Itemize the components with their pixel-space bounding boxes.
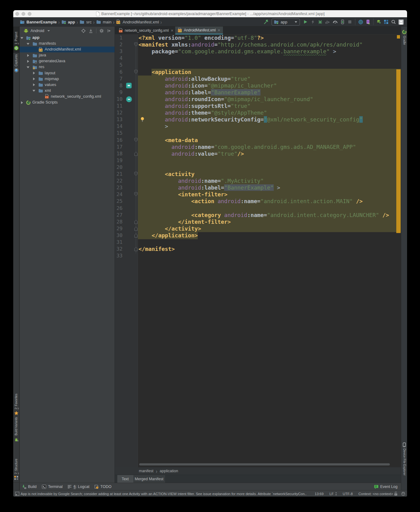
breadcrumb-src[interactable]: src bbox=[79, 19, 91, 24]
breadcrumb-AndroidManifest.xml[interactable]: AndroidManifest.xml bbox=[116, 19, 159, 24]
fold-end-icon[interactable] bbox=[134, 219, 138, 224]
editor-breadcrumb-manifest[interactable]: manifest bbox=[139, 469, 153, 473]
project-structure-button[interactable] bbox=[382, 18, 390, 26]
code-line-23[interactable]: 23 android:label="BannerExample" > bbox=[115, 184, 401, 191]
code-line-29[interactable]: 29 </activity> bbox=[115, 225, 401, 232]
breadcrumb-app[interactable]: app bbox=[61, 19, 75, 24]
code-line-6[interactable]: 6 <application bbox=[115, 69, 401, 76]
code-line-15[interactable]: 15 bbox=[115, 130, 401, 137]
run-button[interactable] bbox=[302, 18, 309, 26]
settings-gear-button[interactable] bbox=[99, 27, 105, 35]
collapse-arrow-icon[interactable] bbox=[26, 54, 30, 57]
code-line-13[interactable]: 13 android:networkSecurityConfig="@xml/n… bbox=[115, 116, 401, 123]
fold-end-icon[interactable] bbox=[134, 226, 138, 231]
stop-button[interactable] bbox=[346, 18, 353, 26]
tool-window-button-7-Structure[interactable]: 7: Structure bbox=[13, 455, 19, 481]
code-line-25[interactable]: 25 <action android:name="android.intent.… bbox=[115, 198, 401, 205]
fold-start-icon[interactable] bbox=[134, 172, 138, 176]
tree-item-network_security_config.xml[interactable]: network_security_config.xml bbox=[20, 94, 115, 100]
code-line-12[interactable]: 12 android:theme="@style/AppTheme" bbox=[115, 109, 401, 117]
locate-file-button[interactable] bbox=[80, 27, 87, 35]
build-hammer-button[interactable] bbox=[262, 18, 270, 26]
tool-window-button-Device-File-Explorer[interactable]: Device File Explorer bbox=[401, 442, 407, 478]
editor-tab-AndroidManifest.xml[interactable]: AndroidManifest.xml× bbox=[175, 27, 223, 35]
code-line-31[interactable]: 31 bbox=[115, 239, 401, 246]
avatar-button[interactable] bbox=[397, 18, 405, 26]
run-configuration-select[interactable]: app bbox=[272, 18, 300, 26]
tree-item-xml[interactable]: xml bbox=[20, 88, 115, 94]
tool-window-button-6-Logcat[interactable]: 6: Logcat bbox=[67, 483, 89, 490]
tree-item-generatedJava[interactable]: generatedJava bbox=[20, 58, 115, 64]
collapse-arrow-icon[interactable] bbox=[26, 60, 30, 63]
expand-arrow-icon[interactable] bbox=[20, 36, 23, 39]
fold-end-icon[interactable] bbox=[134, 247, 138, 251]
tool-window-switcher-icon[interactable] bbox=[15, 490, 19, 497]
fold-start-icon[interactable] bbox=[134, 70, 138, 74]
code-line-11[interactable]: 11 android:supportsRtl="true" bbox=[115, 103, 401, 110]
code-line-5[interactable]: 5 bbox=[115, 62, 401, 69]
editor-view-tab-Text[interactable]: Text bbox=[117, 475, 133, 483]
status-message[interactable]: App is not indexable by Google Search; c… bbox=[21, 490, 314, 497]
fold-start-icon[interactable] bbox=[134, 42, 138, 47]
avd-manager-button[interactable] bbox=[364, 18, 372, 26]
code-line-32[interactable]: 32</manifest> bbox=[115, 246, 401, 253]
code-editor[interactable]: 1<?xml version="1.0" encoding="utf-8"?>2… bbox=[115, 35, 401, 467]
expand-arrow-icon[interactable] bbox=[32, 89, 35, 92]
code-line-33[interactable]: 33 bbox=[115, 252, 401, 260]
tree-item-res[interactable]: res bbox=[20, 64, 115, 70]
code-line-19[interactable]: 19 bbox=[115, 157, 401, 164]
close-tab-icon[interactable]: × bbox=[218, 28, 220, 33]
code-line-30[interactable]: 30 </application> bbox=[115, 232, 401, 239]
horizontal-scrollbar[interactable] bbox=[139, 463, 390, 465]
code-line-17[interactable]: 17 android:name="com.google.android.gms.… bbox=[115, 144, 401, 151]
tree-item-Gradle Scripts[interactable]: Gradle Scripts bbox=[20, 100, 115, 105]
encoding-widget[interactable]: UTF-8 bbox=[343, 490, 353, 497]
expand-arrow-icon[interactable] bbox=[26, 66, 30, 69]
inspection-warning-marker[interactable] bbox=[397, 35, 400, 39]
code-line-3[interactable]: 3 package="com.google.android.gms.exampl… bbox=[115, 48, 401, 55]
expand-arrow-icon[interactable] bbox=[26, 42, 30, 45]
code-line-8[interactable]: 8 android:icon="@mipmap/ic_launcher" bbox=[115, 82, 401, 89]
code-line-2[interactable]: 2<manifest xmlns:android="http://schemas… bbox=[115, 41, 401, 48]
android-round-icon[interactable] bbox=[126, 96, 132, 102]
tree-item-java[interactable]: java bbox=[20, 52, 115, 58]
collapse-arrow-icon[interactable] bbox=[32, 83, 35, 86]
tool-window-button-Terminal[interactable]: Terminal bbox=[42, 483, 63, 490]
caret-position-widget[interactable]: 13:69 bbox=[315, 490, 324, 497]
tree-item-manifests[interactable]: manifests bbox=[20, 41, 115, 47]
code-line-4[interactable]: 4 bbox=[115, 55, 401, 62]
fold-start-icon[interactable] bbox=[134, 192, 138, 197]
tree-item-mipmap[interactable]: mipmap bbox=[20, 76, 115, 82]
tree-item-AndroidManifest.xml[interactable]: AndroidManifest.xml bbox=[20, 47, 115, 52]
sdk-manager-button[interactable] bbox=[375, 18, 382, 26]
editor-view-tab-Merged Manifest[interactable]: Merged Manifest bbox=[133, 475, 165, 483]
fold-end-icon[interactable] bbox=[134, 151, 138, 156]
code-line-16[interactable]: 16 <meta-data bbox=[115, 137, 401, 144]
collapse-arrow-icon[interactable] bbox=[20, 101, 23, 104]
sync-project-button[interactable] bbox=[357, 18, 364, 26]
code-line-28[interactable]: 28 </intent-filter> bbox=[115, 219, 401, 226]
fold-end-icon[interactable] bbox=[134, 233, 138, 238]
code-line-27[interactable]: 27 <category android:name="android.inten… bbox=[115, 212, 401, 219]
tool-window-button-Build-Variants[interactable]: Build Variants bbox=[13, 418, 19, 443]
context-widget[interactable]: Context: <no context> bbox=[358, 490, 393, 497]
android-square-icon[interactable] bbox=[126, 83, 132, 88]
code-line-26[interactable]: 26 bbox=[115, 205, 401, 212]
tree-item-layout[interactable]: layout bbox=[20, 70, 115, 76]
code-line-22[interactable]: 22 android:name=".MyActivity" bbox=[115, 178, 401, 185]
ide-fatal-errors-icon[interactable] bbox=[401, 490, 406, 497]
readonly-lock-icon[interactable] bbox=[394, 490, 398, 497]
titlebar[interactable]: BannerExample [~/src/github/android-exam… bbox=[13, 10, 407, 17]
collapse-arrow-icon[interactable] bbox=[32, 77, 35, 80]
debug-button[interactable] bbox=[317, 18, 324, 26]
code-line-10[interactable]: 10 android:roundIcon="@mipmap/ic_launche… bbox=[115, 96, 401, 103]
collapse-all-button[interactable] bbox=[88, 27, 94, 35]
tool-window-button-Build[interactable]: Build bbox=[22, 483, 37, 490]
line-ending-widget[interactable]: LF bbox=[329, 490, 337, 497]
code-line-7[interactable]: 7 android:allowBackup="true" bbox=[115, 76, 401, 83]
tool-window-button-1-Project[interactable]: 1: Project bbox=[13, 27, 19, 53]
tool-window-button-Gradle[interactable]: Gradle bbox=[401, 30, 407, 47]
code-line-24[interactable]: 24 <intent-filter> bbox=[115, 191, 401, 198]
run-device-button[interactable] bbox=[339, 18, 346, 26]
profile-button[interactable] bbox=[324, 18, 331, 26]
